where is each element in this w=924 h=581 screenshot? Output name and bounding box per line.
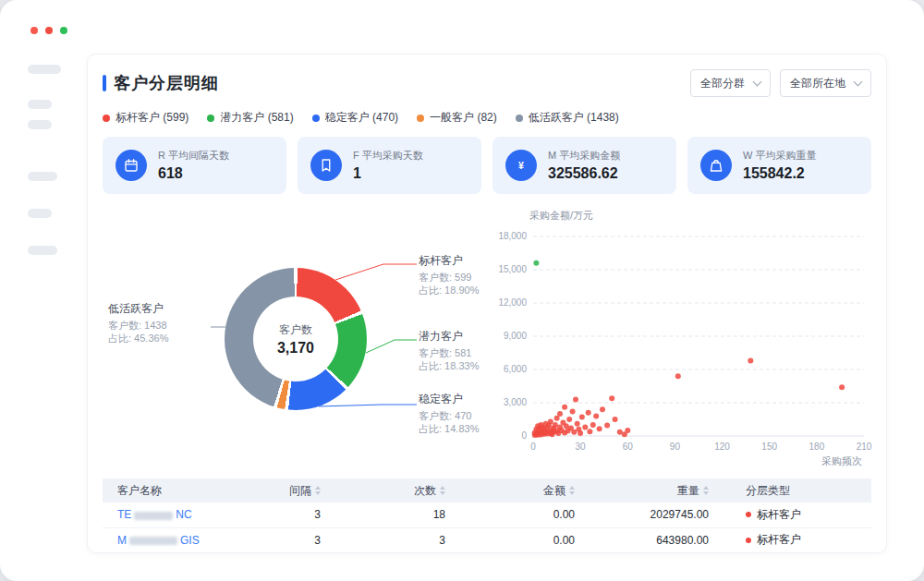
- svg-text:3,000: 3,000: [504, 397, 527, 407]
- cell-amount: 0.00: [468, 502, 597, 527]
- title-accent-bar: [103, 75, 106, 91]
- money-icon: ¥: [505, 150, 537, 181]
- svg-text:15,000: 15,000: [498, 264, 527, 274]
- sort-icon[interactable]: [703, 486, 709, 495]
- callout-count: 客户数: 470: [419, 410, 479, 423]
- kpi-card-interval: R 平均间隔天数 618: [103, 137, 286, 194]
- cell-times: 18: [343, 502, 468, 527]
- kpi-text: R 平均间隔天数 618: [158, 149, 229, 182]
- kpi-card-days: F 平均采购天数 1: [298, 137, 481, 194]
- cell-times: 3: [343, 527, 468, 552]
- donut-ring[interactable]: 客户数 3,170: [225, 268, 367, 410]
- callout-dihuoyue: 低活跃客户 客户数: 1438 占比: 45.36%: [108, 301, 168, 345]
- window-controls: [30, 27, 67, 34]
- callout-count: 客户数: 1438: [108, 320, 168, 333]
- close-window-icon[interactable]: [30, 27, 38, 34]
- column-header-amount[interactable]: 金额: [468, 478, 597, 502]
- callout-count: 客户数: 599: [419, 272, 479, 284]
- title-wrap: 客户分层明细: [103, 72, 219, 94]
- type-dot-icon: [746, 512, 751, 517]
- column-header-weight[interactable]: 重量: [597, 478, 731, 502]
- app-window: 客户分层明细 全部分群 全部所在地 标杆客户 (599) 潜力客户 (: [0, 0, 924, 581]
- sidebar-skeleton-bar: [28, 172, 57, 181]
- svg-text:18,000: 18,000: [498, 231, 527, 241]
- donut-center-label: 客户数: [279, 322, 312, 338]
- donut-chart: 客户数 3,170 标杆客户 客户数: 599 占比: 18.90% 潜力客户 …: [88, 220, 499, 469]
- legend-item-dihuoyue[interactable]: 低活跃客户 (1438): [516, 110, 619, 126]
- kpi-value: 618: [158, 165, 229, 182]
- sort-icon[interactable]: [440, 486, 445, 495]
- legend-item-qianli[interactable]: 潜力客户 (581): [207, 110, 293, 126]
- donut-center-value: 3,170: [277, 340, 314, 357]
- svg-text:90: 90: [670, 442, 681, 452]
- type-dot-icon: [746, 538, 751, 543]
- minimize-window-icon[interactable]: [45, 27, 53, 34]
- callout-biaogan: 标杆客户 客户数: 599 占比: 18.90%: [419, 253, 479, 297]
- y-axis-title: 采购金额/万元: [529, 207, 886, 223]
- chevron-down-icon: [854, 77, 863, 86]
- legend-dot-icon: [312, 115, 320, 122]
- segment-filter-select[interactable]: 全部分群: [690, 69, 771, 97]
- kpi-label: F 平均采购天数: [353, 149, 423, 163]
- svg-text:¥: ¥: [518, 160, 524, 171]
- scatter-chart: 采购金额/万元 03,0006,0009,00012,00015,00018,0…: [505, 207, 886, 473]
- sort-icon[interactable]: [569, 486, 575, 495]
- legend-item-wending[interactable]: 稳定客户 (470): [312, 110, 398, 126]
- redacted-text: [129, 537, 177, 545]
- kpi-row: R 平均间隔天数 618 F 平均采购天数 1 ¥ M 平均采购金额: [88, 137, 886, 194]
- cell-amount: 0.00: [468, 527, 597, 552]
- callout-ratio: 占比: 14.83%: [419, 423, 479, 436]
- svg-text:0: 0: [530, 442, 536, 452]
- legend-dot-icon: [417, 115, 424, 122]
- weight-icon: [700, 150, 732, 181]
- customer-segmentation-panel: 客户分层明细 全部分群 全部所在地 标杆客户 (599) 潜力客户 (: [87, 54, 887, 553]
- kpi-label: W 平均采购重量: [743, 149, 816, 163]
- legend-label: 低活跃客户 (1438): [529, 110, 619, 126]
- sidebar-skeleton-bar: [28, 120, 52, 129]
- bookmark-icon: [310, 150, 342, 181]
- callout-ratio: 占比: 45.36%: [108, 333, 168, 345]
- callout-title: 标杆客户: [419, 253, 479, 269]
- cell-type: 标杆客户: [731, 527, 871, 552]
- sidebar-skeleton-bar: [28, 209, 52, 218]
- cell-weight: 2029745.00: [597, 502, 731, 527]
- svg-text:12,000: 12,000: [498, 297, 527, 308]
- svg-text:150: 150: [761, 442, 777, 452]
- location-filter-select[interactable]: 全部所在地: [780, 69, 871, 97]
- legend-dot-icon: [516, 115, 523, 122]
- callout-title: 稳定客户: [419, 392, 479, 407]
- legend-item-biaogan[interactable]: 标杆客户 (599): [103, 110, 188, 126]
- kpi-value: 1: [353, 165, 423, 182]
- panel-header: 客户分层明细 全部分群 全部所在地: [88, 54, 886, 97]
- column-header-type: 分层类型: [731, 478, 871, 502]
- kpi-text: W 平均采购重量 155842.2: [743, 149, 816, 182]
- redacted-text: [134, 512, 173, 520]
- sort-icon[interactable]: [315, 486, 321, 495]
- legend-item-yiban[interactable]: 一般客户 (82): [417, 110, 497, 126]
- column-header-interval[interactable]: 间隔: [232, 478, 343, 502]
- maximize-window-icon[interactable]: [60, 27, 67, 34]
- sidebar-skeleton-bar: [28, 65, 61, 74]
- legend-dot-icon: [207, 115, 214, 122]
- customer-link[interactable]: TENC: [117, 508, 192, 521]
- scatter-plot[interactable]: 03,0006,0009,00012,00015,00018,000030609…: [505, 224, 882, 466]
- kpi-value: 325586.62: [548, 165, 620, 182]
- svg-text:120: 120: [714, 442, 730, 452]
- column-header-times[interactable]: 次数: [343, 478, 468, 502]
- svg-text:30: 30: [576, 442, 587, 452]
- table-row[interactable]: TENC 3 18 0.00 2029745.00 标杆客户: [103, 502, 871, 527]
- callout-title: 低活跃客户: [108, 301, 168, 317]
- callout-ratio: 占比: 18.90%: [419, 284, 479, 297]
- category-legend: 标杆客户 (599) 潜力客户 (581) 稳定客户 (470) 一般客户 (8…: [88, 110, 886, 126]
- kpi-label: M 平均采购金额: [548, 149, 620, 163]
- customer-link[interactable]: MGIS: [117, 534, 200, 547]
- callout-count: 客户数: 581: [419, 347, 479, 360]
- donut-center: 客户数 3,170: [253, 297, 338, 381]
- chevron-down-icon: [753, 77, 762, 86]
- select-value: 全部所在地: [790, 76, 845, 91]
- select-value: 全部分群: [700, 76, 745, 91]
- callout-ratio: 占比: 18.33%: [419, 360, 479, 373]
- page-title: 客户分层明细: [114, 72, 219, 94]
- calendar-icon: [116, 150, 147, 181]
- table-row[interactable]: MGIS 3 3 0.00 643980.00 标杆客户: [103, 527, 871, 552]
